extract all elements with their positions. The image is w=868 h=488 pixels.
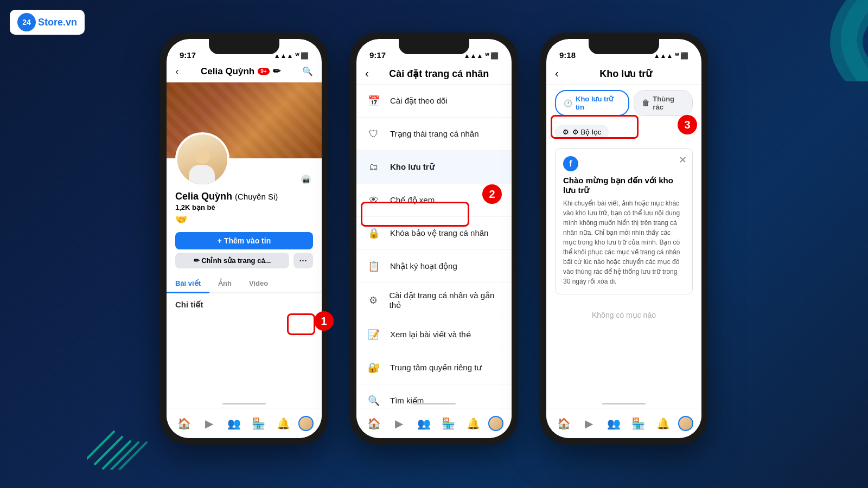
nav3-video-icon[interactable]: ▶ — [579, 414, 598, 433]
phone1-header: ‹ Celia Quỳnh 9+ ✏ 🔍 — [167, 63, 322, 82]
phone-1-status-icons: ▲▲▲ ᵂ ⬛ — [274, 52, 309, 60]
phone-3: 9:18 ▲▲▲ ᵂ ⬛ ‹ Kho lưu trữ 🕐 Kho lưu trữ… — [540, 33, 708, 445]
archive-tabs: 🕐 Kho lưu trữ tin 🗑 Thùng rác — [546, 85, 701, 121]
tab-video[interactable]: Video — [240, 275, 277, 292]
more-options-button[interactable]: ··· — [293, 253, 313, 268]
kho-luu-tru-icon: 🗂 — [365, 158, 382, 176]
nav2-avatar[interactable] — [488, 416, 503, 431]
wave-emoji: 🤝 — [175, 214, 313, 226]
archive-back-icon[interactable]: ‹ — [555, 67, 559, 80]
profile-name: Celia Quỳnh (Chuyên Si) — [175, 191, 313, 202]
nav-avatar[interactable] — [298, 416, 314, 431]
archive-header: ‹ Kho lưu trữ — [546, 63, 701, 85]
step-1-badge: 1 — [314, 311, 334, 331]
avatar — [175, 132, 229, 187]
cai-dat-gan-the-label: Cài đặt trang cá nhân và gắn thẻ — [390, 291, 503, 310]
edit-name-icon[interactable]: ✏ — [273, 66, 280, 77]
nav-bell-icon[interactable]: 🔔 — [273, 414, 293, 433]
archive-title: Kho lưu trữ — [559, 68, 693, 80]
nav2-store-icon[interactable]: 🏪 — [439, 414, 458, 433]
phone3-bottom-nav: 🏠 ▶ 👥 🏪 🔔 — [546, 408, 701, 438]
phone1-bottom-nav: 🏠 ▶ 👥 🏪 🔔 — [167, 408, 322, 438]
quyen-rieng-tu-label: Trung tâm quyền riêng tư — [390, 363, 482, 373]
add-to-story-button[interactable]: + Thêm vào tin — [175, 232, 313, 249]
phone-1-notch — [209, 39, 279, 54]
phone-2-status-icons: ▲▲▲ ᵂ ⬛ — [464, 52, 499, 60]
nav2-bell-icon[interactable]: 🔔 — [463, 414, 483, 433]
facebook-icon: f — [563, 156, 578, 171]
phone-3-screen: 9:18 ▲▲▲ ᵂ ⬛ ‹ Kho lưu trữ 🕐 Kho lưu trữ… — [546, 39, 701, 438]
nhat-ky-icon: 📋 — [365, 258, 382, 275]
welcome-card: ✕ f Chào mừng bạn đến với kho lưu trữ Kh… — [555, 148, 693, 294]
welcome-body: Khi chuyển bài viết, ảnh hoặc mục khác v… — [563, 198, 685, 286]
profile-section: 📷 Celia Quỳnh (Chuyên Si) 1,2K bạn bè 🤝 … — [167, 132, 322, 268]
phones-wrapper: 9:17 ▲▲▲ ᵂ ⬛ ‹ Celia Quỳnh 9+ ✏ 🔍 — [0, 33, 868, 445]
welcome-title: Chào mừng bạn đến với kho lưu trữ — [563, 176, 685, 195]
phone-1-time: 9:17 — [180, 50, 196, 60]
nav3-avatar[interactable] — [678, 416, 693, 431]
chi-tiet-label: Chi tiết — [167, 293, 322, 316]
filter-button[interactable]: ⚙ ⚙ Bộ lọc — [555, 125, 609, 139]
nav3-home-icon[interactable]: 🏠 — [554, 414, 574, 433]
nav-friends-icon[interactable]: 👥 — [224, 414, 244, 433]
menu-item-cai-dat-gan-the[interactable]: ⚙ Cài đặt trang cá nhân và gắn thẻ — [356, 283, 512, 318]
nav3-store-icon[interactable]: 🏪 — [629, 414, 648, 433]
khoa-bao-ve-label: Khóa bảo vệ trang cá nhân — [390, 228, 488, 238]
tab-baiviet[interactable]: Bài viết — [167, 275, 209, 293]
filter-icon: ⚙ — [563, 128, 569, 136]
menu-item-kho-luu-tru[interactable]: 🗂 Kho lưu trữ — [356, 151, 512, 184]
phone-3-time: 9:18 — [559, 50, 576, 60]
profile-tabs: Bài viết Ảnh Video — [167, 275, 322, 293]
notification-badge: 9+ — [258, 68, 269, 75]
nav2-video-icon[interactable]: ▶ — [389, 414, 409, 433]
khoa-bao-ve-icon: 🔒 — [365, 224, 382, 242]
nav3-bell-icon[interactable]: 🔔 — [653, 414, 673, 433]
phone-1-screen: 9:17 ▲▲▲ ᵂ ⬛ ‹ Celia Quỳnh 9+ ✏ 🔍 — [167, 39, 322, 438]
menu-item-theo-doi[interactable]: 📅 Cài đặt theo dõi — [356, 85, 512, 118]
nav-video-icon[interactable]: ▶ — [199, 414, 219, 433]
menu-item-nhat-ky[interactable]: 📋 Nhật ký hoạt động — [356, 250, 512, 283]
avatar-camera-icon[interactable]: 📷 — [300, 174, 312, 185]
menu-item-trang-thai[interactable]: 🛡 Trạng thái trang cá nhân — [356, 118, 512, 151]
tab-thung-rac[interactable]: 🗑 Thùng rác — [634, 90, 693, 116]
tab-kho-luu-tru-tin[interactable]: 🕐 Kho lưu trữ tin — [555, 90, 629, 116]
logo-number: 24 — [17, 13, 36, 31]
welcome-card-close-button[interactable]: ✕ — [679, 154, 687, 166]
theo-doi-icon: 📅 — [365, 92, 382, 110]
friends-count: 1,2K bạn bè — [175, 203, 313, 211]
phone-2: 9:17 ▲▲▲ ᵂ ⬛ ‹ Cài đặt trang cá nhân 📅 C… — [350, 33, 518, 445]
menu-item-khoa-bao-ve[interactable]: 🔒 Khóa bảo vệ trang cá nhân — [356, 217, 512, 250]
settings-menu: 📅 Cài đặt theo dõi 🛡 Trạng thái trang cá… — [356, 85, 512, 418]
profile-header-name: Celia Quỳnh 9+ ✏ — [201, 66, 280, 77]
settings-title: Cài đặt trang cá nhân — [375, 68, 503, 80]
thung-rac-label: Thùng rác — [653, 95, 685, 111]
che-do-xem-icon: 👁 — [365, 191, 382, 209]
clock-icon: 🕐 — [564, 99, 572, 107]
tab-anh[interactable]: Ảnh — [209, 275, 240, 292]
phone2-scroll-indicator — [412, 403, 456, 404]
nav-home-icon[interactable]: 🏠 — [175, 414, 194, 433]
trang-thai-icon: 🛡 — [365, 125, 382, 143]
step-3-badge: 3 — [678, 115, 697, 134]
nav2-friends-icon[interactable]: 👥 — [414, 414, 433, 433]
phone3-scroll-indicator — [602, 403, 646, 404]
nav-store-icon[interactable]: 🏪 — [249, 414, 269, 433]
tim-kiem-icon: 🔍 — [365, 392, 382, 409]
cai-dat-gan-the-icon: ⚙ — [365, 292, 382, 309]
back-icon[interactable]: ‹ — [175, 65, 179, 78]
phone-1: 9:17 ▲▲▲ ᵂ ⬛ ‹ Celia Quỳnh 9+ ✏ 🔍 — [160, 33, 328, 445]
settings-back-icon[interactable]: ‹ — [365, 67, 369, 80]
scroll-indicator — [222, 403, 266, 404]
nav2-home-icon[interactable]: 🏠 — [365, 414, 384, 433]
kho-luu-tru-label: Kho lưu trữ — [390, 162, 435, 172]
nav3-friends-icon[interactable]: 👥 — [604, 414, 623, 433]
menu-item-xem-lai[interactable]: 📝 Xem lại bài viết và thẻ — [356, 318, 512, 351]
menu-item-quyen-rieng-tu[interactable]: 🔐 Trung tâm quyền riêng tư — [356, 351, 512, 384]
search-icon[interactable]: 🔍 — [302, 66, 313, 76]
edit-profile-button[interactable]: ✏ Chỉnh sửa trang cá... — [175, 253, 289, 268]
nhat-ky-label: Nhật ký hoạt động — [390, 261, 457, 271]
trash-icon: 🗑 — [642, 99, 649, 107]
phone-3-notch — [589, 39, 659, 54]
quyen-rieng-tu-icon: 🔐 — [365, 359, 382, 376]
logo: 24 Store.vn — [10, 10, 85, 35]
